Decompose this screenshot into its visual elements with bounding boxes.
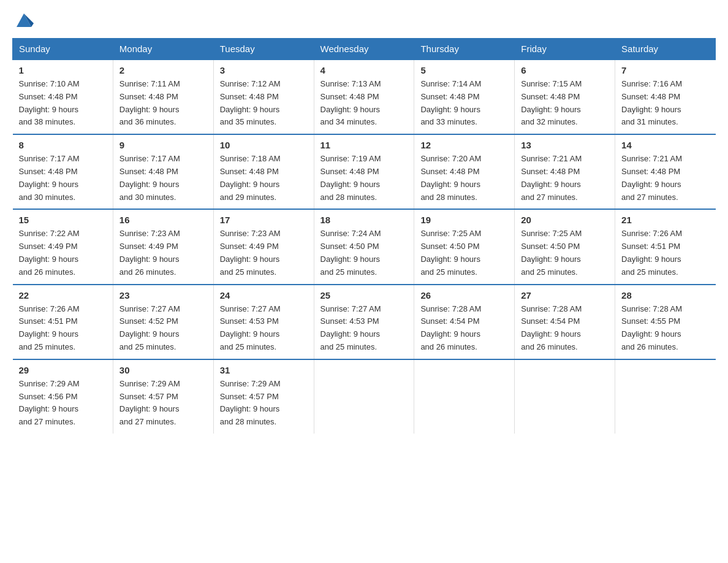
calendar-cell	[414, 359, 515, 434]
day-info: Sunrise: 7:29 AM Sunset: 4:57 PM Dayligh…	[119, 378, 207, 429]
calendar-cell: 7 Sunrise: 7:16 AM Sunset: 4:48 PM Dayli…	[615, 59, 716, 134]
day-number: 10	[220, 140, 308, 150]
day-number: 23	[119, 290, 207, 301]
calendar-week-row: 22 Sunrise: 7:26 AM Sunset: 4:51 PM Dayl…	[13, 285, 716, 359]
calendar-week-row: 1 Sunrise: 7:10 AM Sunset: 4:48 PM Dayli…	[13, 59, 716, 134]
day-number: 8	[19, 140, 107, 150]
day-info: Sunrise: 7:23 AM Sunset: 4:49 PM Dayligh…	[119, 228, 207, 278]
calendar-header-row: SundayMondayTuesdayWednesdayThursdayFrid…	[13, 39, 716, 60]
day-number: 22	[19, 290, 107, 301]
calendar-cell: 3 Sunrise: 7:12 AM Sunset: 4:48 PM Dayli…	[213, 59, 314, 134]
day-number: 27	[521, 290, 609, 301]
calendar-cell: 18 Sunrise: 7:24 AM Sunset: 4:50 PM Dayl…	[314, 209, 414, 284]
day-number: 12	[420, 140, 508, 150]
calendar-cell	[615, 359, 716, 434]
calendar-cell: 15 Sunrise: 7:22 AM Sunset: 4:49 PM Dayl…	[13, 209, 113, 284]
day-info: Sunrise: 7:17 AM Sunset: 4:48 PM Dayligh…	[19, 153, 107, 204]
day-info: Sunrise: 7:15 AM Sunset: 4:48 PM Dayligh…	[521, 78, 609, 129]
day-info: Sunrise: 7:27 AM Sunset: 4:52 PM Dayligh…	[119, 303, 207, 354]
day-info: Sunrise: 7:16 AM Sunset: 4:48 PM Dayligh…	[621, 78, 709, 129]
day-number: 26	[420, 290, 508, 301]
day-header-sunday: Sunday	[13, 39, 113, 60]
day-number: 29	[19, 365, 107, 375]
day-info: Sunrise: 7:17 AM Sunset: 4:48 PM Dayligh…	[119, 153, 207, 204]
calendar-cell: 25 Sunrise: 7:27 AM Sunset: 4:53 PM Dayl…	[314, 285, 414, 359]
logo	[12, 12, 34, 26]
day-info: Sunrise: 7:28 AM Sunset: 4:55 PM Dayligh…	[621, 303, 709, 354]
day-info: Sunrise: 7:29 AM Sunset: 4:56 PM Dayligh…	[19, 378, 107, 429]
day-number: 18	[320, 215, 408, 225]
day-header-monday: Monday	[113, 39, 213, 60]
calendar-cell: 30 Sunrise: 7:29 AM Sunset: 4:57 PM Dayl…	[113, 359, 213, 434]
calendar-cell: 14 Sunrise: 7:21 AM Sunset: 4:48 PM Dayl…	[615, 134, 716, 209]
calendar-table: SundayMondayTuesdayWednesdayThursdayFrid…	[12, 38, 716, 434]
day-number: 30	[119, 365, 207, 375]
day-number: 5	[420, 65, 508, 75]
calendar-cell: 2 Sunrise: 7:11 AM Sunset: 4:48 PM Dayli…	[113, 59, 213, 134]
calendar-week-row: 29 Sunrise: 7:29 AM Sunset: 4:56 PM Dayl…	[13, 359, 716, 434]
calendar-cell: 13 Sunrise: 7:21 AM Sunset: 4:48 PM Dayl…	[515, 134, 615, 209]
day-number: 7	[621, 65, 709, 75]
day-info: Sunrise: 7:12 AM Sunset: 4:48 PM Dayligh…	[220, 78, 308, 129]
calendar-cell: 12 Sunrise: 7:20 AM Sunset: 4:48 PM Dayl…	[414, 134, 515, 209]
day-header-wednesday: Wednesday	[314, 39, 414, 60]
day-number: 6	[521, 65, 609, 75]
day-info: Sunrise: 7:22 AM Sunset: 4:49 PM Dayligh…	[19, 228, 107, 278]
day-info: Sunrise: 7:26 AM Sunset: 4:51 PM Dayligh…	[19, 303, 107, 354]
day-info: Sunrise: 7:28 AM Sunset: 4:54 PM Dayligh…	[420, 303, 508, 354]
calendar-cell: 29 Sunrise: 7:29 AM Sunset: 4:56 PM Dayl…	[13, 359, 113, 434]
day-info: Sunrise: 7:21 AM Sunset: 4:48 PM Dayligh…	[621, 153, 709, 204]
day-number: 2	[119, 65, 207, 75]
calendar-week-row: 8 Sunrise: 7:17 AM Sunset: 4:48 PM Dayli…	[13, 134, 716, 209]
calendar-cell: 4 Sunrise: 7:13 AM Sunset: 4:48 PM Dayli…	[314, 59, 414, 134]
day-number: 24	[220, 290, 308, 301]
logo-icon	[14, 10, 34, 29]
calendar-cell: 10 Sunrise: 7:18 AM Sunset: 4:48 PM Dayl…	[213, 134, 314, 209]
day-header-friday: Friday	[515, 39, 615, 60]
day-info: Sunrise: 7:14 AM Sunset: 4:48 PM Dayligh…	[420, 78, 508, 129]
calendar-cell: 22 Sunrise: 7:26 AM Sunset: 4:51 PM Dayl…	[13, 285, 113, 359]
day-header-thursday: Thursday	[414, 39, 515, 60]
calendar-week-row: 15 Sunrise: 7:22 AM Sunset: 4:49 PM Dayl…	[13, 209, 716, 284]
day-info: Sunrise: 7:23 AM Sunset: 4:49 PM Dayligh…	[220, 228, 308, 278]
calendar-cell: 31 Sunrise: 7:29 AM Sunset: 4:57 PM Dayl…	[213, 359, 314, 434]
day-number: 20	[521, 215, 609, 225]
calendar-cell: 8 Sunrise: 7:17 AM Sunset: 4:48 PM Dayli…	[13, 134, 113, 209]
day-number: 17	[220, 215, 308, 225]
day-info: Sunrise: 7:25 AM Sunset: 4:50 PM Dayligh…	[420, 228, 508, 278]
calendar-cell: 9 Sunrise: 7:17 AM Sunset: 4:48 PM Dayli…	[113, 134, 213, 209]
day-number: 15	[19, 215, 107, 225]
day-number: 14	[621, 140, 709, 150]
calendar-cell: 23 Sunrise: 7:27 AM Sunset: 4:52 PM Dayl…	[113, 285, 213, 359]
calendar-cell: 27 Sunrise: 7:28 AM Sunset: 4:54 PM Dayl…	[515, 285, 615, 359]
day-number: 16	[119, 215, 207, 225]
calendar-cell	[515, 359, 615, 434]
day-info: Sunrise: 7:13 AM Sunset: 4:48 PM Dayligh…	[320, 78, 408, 129]
day-info: Sunrise: 7:21 AM Sunset: 4:48 PM Dayligh…	[521, 153, 609, 204]
day-info: Sunrise: 7:24 AM Sunset: 4:50 PM Dayligh…	[320, 228, 408, 278]
day-number: 4	[320, 65, 408, 75]
day-info: Sunrise: 7:27 AM Sunset: 4:53 PM Dayligh…	[220, 303, 308, 354]
day-info: Sunrise: 7:18 AM Sunset: 4:48 PM Dayligh…	[220, 153, 308, 204]
day-info: Sunrise: 7:28 AM Sunset: 4:54 PM Dayligh…	[521, 303, 609, 354]
day-info: Sunrise: 7:20 AM Sunset: 4:48 PM Dayligh…	[420, 153, 508, 204]
day-info: Sunrise: 7:10 AM Sunset: 4:48 PM Dayligh…	[19, 78, 107, 129]
day-info: Sunrise: 7:25 AM Sunset: 4:50 PM Dayligh…	[521, 228, 609, 278]
day-number: 21	[621, 215, 709, 225]
day-number: 25	[320, 290, 408, 301]
calendar-cell: 16 Sunrise: 7:23 AM Sunset: 4:49 PM Dayl…	[113, 209, 213, 284]
calendar-cell: 11 Sunrise: 7:19 AM Sunset: 4:48 PM Dayl…	[314, 134, 414, 209]
calendar-cell: 1 Sunrise: 7:10 AM Sunset: 4:48 PM Dayli…	[13, 59, 113, 134]
day-number: 11	[320, 140, 408, 150]
day-number: 28	[621, 290, 709, 301]
day-number: 31	[220, 365, 308, 375]
day-info: Sunrise: 7:29 AM Sunset: 4:57 PM Dayligh…	[220, 378, 308, 429]
calendar-cell: 19 Sunrise: 7:25 AM Sunset: 4:50 PM Dayl…	[414, 209, 515, 284]
calendar-cell: 26 Sunrise: 7:28 AM Sunset: 4:54 PM Dayl…	[414, 285, 515, 359]
day-number: 9	[119, 140, 207, 150]
day-number: 13	[521, 140, 609, 150]
page-header	[12, 12, 716, 26]
calendar-cell: 6 Sunrise: 7:15 AM Sunset: 4:48 PM Dayli…	[515, 59, 615, 134]
calendar-cell: 28 Sunrise: 7:28 AM Sunset: 4:55 PM Dayl…	[615, 285, 716, 359]
day-info: Sunrise: 7:11 AM Sunset: 4:48 PM Dayligh…	[119, 78, 207, 129]
